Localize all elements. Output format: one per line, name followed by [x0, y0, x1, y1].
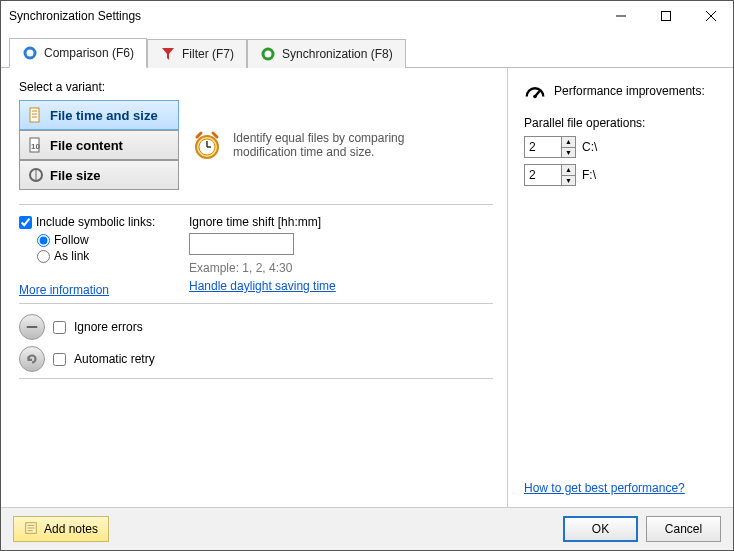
svg-point-22: [533, 95, 537, 99]
content-area: Select a variant: File time and size 10 …: [1, 68, 733, 507]
tab-filter[interactable]: Filter (F7): [147, 39, 247, 68]
tab-label: Filter (F7): [182, 47, 234, 61]
drive-path: C:\: [582, 140, 597, 154]
file-size-icon: [28, 167, 44, 183]
symbolic-aslink-radio[interactable]: [37, 250, 50, 263]
file-time-icon: [28, 107, 44, 123]
tab-synchronization[interactable]: Synchronization (F8): [247, 39, 406, 68]
spin-down-button[interactable]: ▼: [562, 148, 575, 158]
cancel-label: Cancel: [665, 522, 702, 536]
symbolic-follow-label: Follow: [54, 233, 89, 247]
variant-label: File content: [50, 138, 123, 153]
notes-icon: [24, 521, 38, 538]
left-panel: Select a variant: File time and size 10 …: [1, 68, 508, 507]
svg-text:10: 10: [31, 142, 40, 151]
best-performance-link[interactable]: How to get best performance?: [524, 481, 717, 495]
divider: [19, 303, 493, 304]
variant-file-size[interactable]: File size: [19, 160, 179, 190]
maximize-button[interactable]: [643, 1, 688, 31]
svg-point-5: [28, 51, 32, 55]
alarm-clock-icon: [191, 129, 223, 161]
drive-row: ▲ ▼ C:\: [524, 136, 717, 158]
variant-description-text: Identify equal files by comparing modifi…: [233, 131, 451, 159]
more-information-link[interactable]: More information: [19, 283, 109, 297]
variant-description: Identify equal files by comparing modifi…: [191, 100, 451, 190]
symbolic-follow-radio[interactable]: [37, 234, 50, 247]
tab-comparison[interactable]: Comparison (F6): [9, 38, 147, 68]
divider: [19, 378, 493, 379]
minimize-button[interactable]: [598, 1, 643, 31]
drive-row: ▲ ▼ F:\: [524, 164, 717, 186]
ok-label: OK: [592, 522, 609, 536]
svg-rect-1: [661, 12, 670, 21]
right-panel: Performance improvements: Parallel file …: [508, 68, 733, 507]
ignore-errors-label: Ignore errors: [74, 320, 143, 334]
cancel-button[interactable]: Cancel: [646, 516, 721, 542]
window-title: Synchronization Settings: [9, 9, 598, 23]
retry-icon: [19, 346, 45, 372]
symbolic-aslink-label: As link: [54, 249, 89, 263]
include-symbolic-checkbox[interactable]: [19, 216, 32, 229]
select-variant-label: Select a variant:: [19, 80, 493, 94]
auto-retry-checkbox[interactable]: [53, 353, 66, 366]
spin-down-button[interactable]: ▼: [562, 176, 575, 186]
ignore-errors-icon: [19, 314, 45, 340]
parallel-label: Parallel file operations:: [524, 116, 717, 130]
footer: Add notes OK Cancel: [1, 507, 733, 550]
gauge-icon: [524, 80, 546, 102]
time-shift-label: Ignore time shift [hh:mm]: [189, 215, 493, 229]
dst-link[interactable]: Handle daylight saving time: [189, 279, 336, 293]
gear-icon: [22, 45, 38, 61]
spin-up-button[interactable]: ▲: [562, 137, 575, 148]
add-notes-label: Add notes: [44, 522, 98, 536]
parallel-count-input[interactable]: [525, 165, 561, 185]
auto-retry-label: Automatic retry: [74, 352, 155, 366]
add-notes-button[interactable]: Add notes: [13, 516, 109, 542]
svg-rect-8: [30, 108, 39, 122]
time-shift-example: Example: 1, 2, 4:30: [189, 261, 493, 275]
variant-file-content[interactable]: 10 File content: [19, 130, 179, 160]
divider: [19, 204, 493, 205]
drive-path: F:\: [582, 168, 596, 182]
performance-heading: Performance improvements:: [554, 84, 705, 98]
file-content-icon: 10: [28, 137, 44, 153]
ok-button[interactable]: OK: [563, 516, 638, 542]
variant-buttons: File time and size 10 File content File …: [19, 100, 179, 190]
titlebar: Synchronization Settings: [1, 1, 733, 31]
sync-gear-icon: [260, 46, 276, 62]
variant-file-time-size[interactable]: File time and size: [19, 100, 179, 130]
variant-label: File time and size: [50, 108, 158, 123]
include-symbolic-label: Include symbolic links:: [36, 215, 155, 229]
funnel-icon: [160, 46, 176, 62]
ignore-errors-checkbox[interactable]: [53, 321, 66, 334]
close-button[interactable]: [688, 1, 733, 31]
tabs-bar: Comparison (F6) Filter (F7) Synchronizat…: [1, 31, 733, 68]
spin-up-button[interactable]: ▲: [562, 165, 575, 176]
tab-label: Comparison (F6): [44, 46, 134, 60]
parallel-count-input[interactable]: [525, 137, 561, 157]
time-shift-input[interactable]: [189, 233, 294, 255]
svg-point-7: [266, 52, 270, 56]
tab-label: Synchronization (F8): [282, 47, 393, 61]
variant-label: File size: [50, 168, 101, 183]
